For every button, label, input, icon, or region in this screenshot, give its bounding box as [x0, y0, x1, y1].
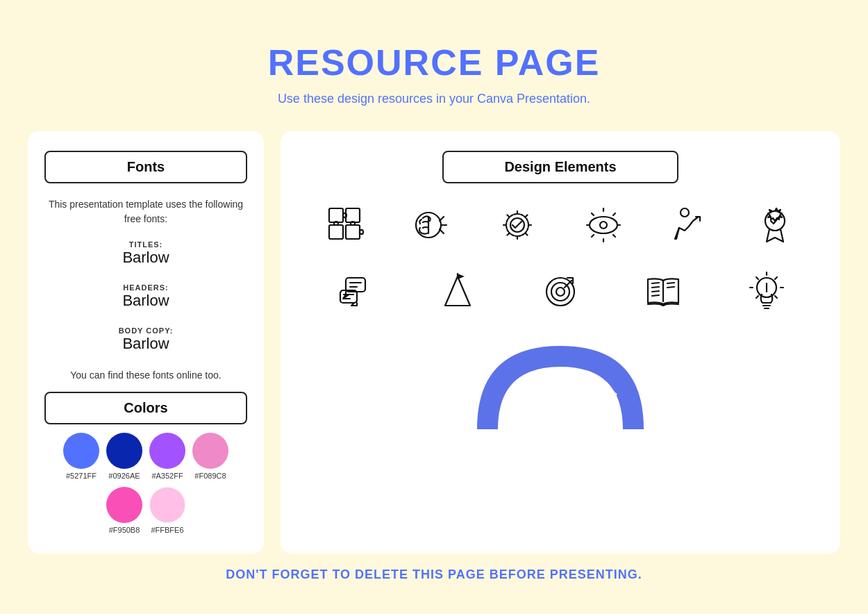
fonts-note: You can find these fonts online too. — [44, 370, 247, 381]
chat-icon — [326, 264, 382, 320]
fonts-description-text: This presentation template uses the foll… — [49, 199, 243, 224]
svg-line-48 — [775, 296, 777, 298]
body-font: Barlow — [44, 335, 247, 353]
color-hex-3: #A352FF — [151, 472, 183, 480]
svg-point-10 — [590, 217, 617, 233]
body-label: BODY COPY: — [44, 326, 247, 335]
page-subtitle: Use these design resources in your Canva… — [278, 92, 590, 106]
color-circle-3 — [149, 433, 185, 469]
fonts-description: This presentation template uses the foll… — [44, 197, 247, 226]
eye-vision-icon — [576, 197, 631, 253]
person-growth-icon — [661, 197, 717, 253]
svg-point-33 — [556, 288, 565, 296]
right-panel: Design Elements — [281, 131, 840, 554]
font-entry-body: BODY COPY: Barlow — [44, 326, 247, 353]
svg-line-5 — [440, 217, 444, 221]
color-hex-2: #0926AE — [108, 472, 140, 480]
svg-line-49 — [756, 296, 758, 298]
mountain-flag-icon — [430, 264, 485, 320]
svg-line-16 — [592, 213, 594, 215]
icons-row-1 — [303, 197, 818, 253]
ai-brain-icon — [403, 197, 459, 253]
icons-row-2 — [303, 264, 818, 320]
svg-line-40 — [667, 287, 674, 288]
color-hex-1: #5271FF — [66, 472, 97, 480]
headers-label: HEADERS: — [44, 283, 247, 292]
titles-font: Barlow — [44, 249, 247, 267]
color-swatch-1: #5271FF — [63, 433, 99, 480]
titles-label: TITLES: — [44, 240, 247, 249]
design-elements-header: Design Elements — [442, 151, 678, 183]
svg-rect-0 — [329, 208, 343, 222]
color-swatch-2: #0926AE — [106, 433, 142, 480]
color-hex-5: #F950B8 — [109, 526, 140, 534]
gear-check-icon — [490, 197, 545, 253]
color-circle-6 — [149, 487, 185, 523]
svg-marker-28 — [445, 276, 470, 306]
color-swatch-6: #FFBFE6 — [149, 487, 185, 534]
lightbulb-icon — [739, 264, 794, 320]
arch-container — [303, 339, 818, 429]
svg-point-11 — [600, 222, 607, 229]
svg-line-7 — [440, 229, 444, 233]
font-entry-titles: TITLES: Barlow — [44, 240, 247, 267]
colors-header: Colors — [44, 392, 247, 424]
color-circle-4 — [192, 433, 228, 469]
color-swatch-3: #A352FF — [149, 433, 185, 480]
arch-svg — [470, 339, 651, 429]
footer-text: DON'T FORGET TO DELETE THIS PAGE BEFORE … — [226, 567, 642, 582]
svg-line-39 — [667, 283, 674, 283]
color-circle-1 — [63, 433, 99, 469]
svg-line-51 — [756, 277, 758, 279]
svg-line-36 — [652, 287, 659, 288]
svg-point-20 — [681, 208, 689, 217]
color-circle-2 — [106, 433, 142, 469]
svg-line-37 — [652, 291, 659, 292]
svg-rect-1 — [329, 225, 343, 239]
svg-line-17 — [613, 235, 615, 237]
fonts-header: Fonts — [44, 151, 247, 183]
svg-rect-3 — [346, 225, 360, 239]
page-title: RESOURCE PAGE — [268, 42, 601, 83]
color-swatch-4: #F089C8 — [192, 433, 228, 480]
color-hex-4: #F089C8 — [194, 472, 226, 480]
main-content: Fonts This presentation template uses th… — [28, 131, 840, 554]
open-book-icon — [635, 264, 691, 320]
color-swatches: #5271FF #0926AE #A352FF #F089C8 #F950B8 — [44, 433, 247, 534]
svg-rect-2 — [346, 208, 360, 222]
color-circle-5 — [106, 487, 142, 523]
svg-line-46 — [775, 277, 777, 279]
svg-line-18 — [613, 213, 615, 215]
color-hex-6: #FFBFE6 — [151, 526, 183, 534]
left-panel: Fonts This presentation template uses th… — [28, 131, 264, 554]
award-badge-icon — [747, 197, 803, 253]
svg-line-19 — [592, 235, 594, 237]
color-swatch-5: #F950B8 — [106, 487, 142, 534]
font-entry-headers: HEADERS: Barlow — [44, 283, 247, 310]
colors-section: Colors #5271FF #0926AE #A352FF #F089C8 — [44, 392, 247, 534]
svg-line-38 — [652, 295, 659, 296]
icons-grid — [303, 197, 818, 320]
puzzle-icon — [318, 197, 374, 253]
target-icon — [533, 264, 588, 320]
svg-marker-30 — [458, 274, 465, 279]
headers-font: Barlow — [44, 292, 247, 310]
svg-line-35 — [652, 283, 659, 283]
